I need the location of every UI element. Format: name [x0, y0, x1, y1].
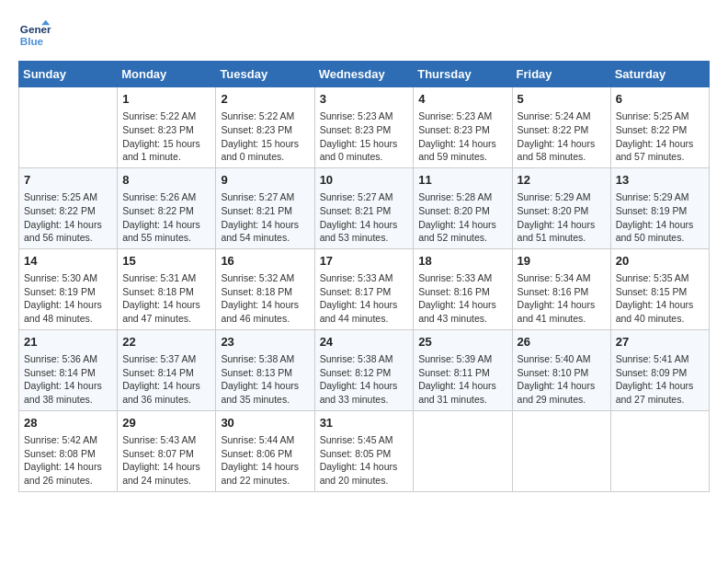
day-info-text: Sunrise: 5:44 AM	[221, 433, 309, 447]
day-info-text: Sunrise: 5:22 AM	[122, 109, 210, 123]
day-info-text: Sunset: 8:14 PM	[24, 366, 112, 380]
day-number: 2	[221, 91, 309, 108]
calendar-cell: 1Sunrise: 5:22 AMSunset: 8:23 PMDaylight…	[118, 87, 216, 168]
logo: General Blue	[18, 18, 55, 52]
day-info-text: and 38 minutes.	[24, 393, 112, 407]
day-info-text: Sunset: 8:15 PM	[616, 285, 704, 299]
day-info-text: Daylight: 14 hours	[616, 218, 704, 232]
calendar-cell: 22Sunrise: 5:37 AMSunset: 8:14 PMDayligh…	[118, 329, 216, 410]
day-info-text: Sunrise: 5:23 AM	[320, 109, 409, 123]
day-number: 16	[221, 253, 309, 270]
calendar-cell: 19Sunrise: 5:34 AMSunset: 8:16 PMDayligh…	[512, 248, 610, 329]
calendar-header-row: SundayMondayTuesdayWednesdayThursdayFrid…	[19, 62, 710, 87]
day-number: 24	[320, 334, 409, 350]
day-info-text: and 35 minutes.	[221, 393, 309, 407]
calendar-cell: 31Sunrise: 5:45 AMSunset: 8:05 PMDayligh…	[314, 410, 414, 491]
calendar-cell: 18Sunrise: 5:33 AMSunset: 8:16 PMDayligh…	[414, 248, 512, 329]
day-info-text: Sunrise: 5:43 AM	[122, 433, 210, 447]
calendar-cell: 26Sunrise: 5:40 AMSunset: 8:10 PMDayligh…	[512, 329, 610, 410]
day-info-text: Sunrise: 5:38 AM	[221, 352, 309, 366]
day-info-text: Sunrise: 5:37 AM	[122, 352, 210, 366]
day-info-text: Daylight: 14 hours	[320, 298, 409, 312]
calendar-cell: 8Sunrise: 5:26 AMSunset: 8:22 PMDaylight…	[118, 167, 216, 248]
day-info-text: and 47 minutes.	[122, 312, 210, 326]
day-info-text: Sunset: 8:17 PM	[320, 285, 409, 299]
calendar-cell: 21Sunrise: 5:36 AMSunset: 8:14 PMDayligh…	[19, 329, 118, 410]
day-info-text: and 43 minutes.	[418, 312, 506, 326]
day-number: 3	[320, 91, 409, 108]
calendar-cell: 14Sunrise: 5:30 AMSunset: 8:19 PMDayligh…	[19, 248, 118, 329]
day-info-text: Sunrise: 5:31 AM	[122, 271, 210, 285]
day-number: 29	[122, 415, 210, 431]
day-number: 21	[24, 334, 112, 350]
day-info-text: Sunset: 8:22 PM	[24, 204, 112, 218]
day-info-text: Sunrise: 5:41 AM	[616, 352, 704, 366]
day-info-text: Daylight: 14 hours	[221, 379, 309, 393]
day-info-text: and 53 minutes.	[320, 231, 409, 245]
calendar-cell: 30Sunrise: 5:44 AMSunset: 8:06 PMDayligh…	[216, 410, 314, 491]
day-info-text: Daylight: 14 hours	[320, 218, 409, 232]
day-info-text: Sunset: 8:20 PM	[418, 204, 506, 218]
day-info-text: Daylight: 14 hours	[320, 460, 409, 474]
day-of-week-header: Tuesday	[216, 62, 314, 87]
day-info-text: and 58 minutes.	[518, 150, 606, 164]
svg-text:Blue: Blue	[20, 35, 44, 47]
day-number: 23	[221, 334, 309, 350]
day-info-text: Sunset: 8:08 PM	[24, 447, 112, 461]
day-info-text: and 22 minutes.	[221, 474, 309, 488]
day-info-text: and 26 minutes.	[24, 474, 112, 488]
day-info-text: Sunrise: 5:36 AM	[24, 352, 112, 366]
day-info-text: Sunset: 8:23 PM	[221, 123, 309, 137]
day-info-text: Daylight: 14 hours	[616, 137, 704, 151]
day-info-text: Sunrise: 5:33 AM	[320, 271, 409, 285]
day-info-text: Sunset: 8:22 PM	[616, 123, 704, 137]
day-info-text: Sunrise: 5:30 AM	[24, 271, 112, 285]
day-of-week-header: Monday	[118, 62, 216, 87]
day-info-text: Sunrise: 5:22 AM	[221, 109, 309, 123]
day-info-text: and 33 minutes.	[320, 393, 409, 407]
day-number: 11	[418, 172, 506, 189]
day-info-text: and 0 minutes.	[320, 150, 409, 164]
day-info-text: Daylight: 14 hours	[221, 298, 309, 312]
day-info-text: and 29 minutes.	[518, 393, 606, 407]
day-info-text: Sunset: 8:22 PM	[518, 123, 606, 137]
day-number: 5	[518, 91, 606, 108]
day-info-text: Sunset: 8:18 PM	[122, 285, 210, 299]
day-info-text: Daylight: 14 hours	[221, 218, 309, 232]
day-number: 12	[518, 172, 606, 189]
calendar-cell: 2Sunrise: 5:22 AMSunset: 8:23 PMDaylight…	[216, 87, 314, 168]
day-number: 19	[518, 253, 606, 270]
day-info-text: Sunset: 8:05 PM	[320, 447, 409, 461]
day-info-text: Daylight: 14 hours	[24, 298, 112, 312]
day-info-text: Sunset: 8:12 PM	[320, 366, 409, 380]
day-info-text: Daylight: 14 hours	[518, 298, 606, 312]
calendar-week-row: 21Sunrise: 5:36 AMSunset: 8:14 PMDayligh…	[19, 329, 710, 410]
calendar-cell: 24Sunrise: 5:38 AMSunset: 8:12 PMDayligh…	[314, 329, 414, 410]
day-number: 1	[122, 91, 210, 108]
day-info-text: Daylight: 14 hours	[418, 218, 506, 232]
day-info-text: Sunset: 8:22 PM	[122, 204, 210, 218]
day-number: 31	[320, 415, 409, 431]
calendar-week-row: 28Sunrise: 5:42 AMSunset: 8:08 PMDayligh…	[19, 410, 710, 491]
calendar-body: 1Sunrise: 5:22 AMSunset: 8:23 PMDaylight…	[19, 87, 710, 492]
day-info-text: Sunrise: 5:25 AM	[616, 109, 704, 123]
day-of-week-header: Friday	[512, 62, 610, 87]
day-info-text: and 54 minutes.	[221, 231, 309, 245]
day-info-text: Daylight: 14 hours	[24, 460, 112, 474]
day-info-text: and 41 minutes.	[518, 312, 606, 326]
calendar-cell: 7Sunrise: 5:25 AMSunset: 8:22 PMDaylight…	[19, 167, 118, 248]
day-info-text: Daylight: 14 hours	[616, 379, 704, 393]
day-number: 28	[24, 415, 112, 431]
calendar-cell: 20Sunrise: 5:35 AMSunset: 8:15 PMDayligh…	[610, 248, 709, 329]
day-info-text: Sunset: 8:06 PM	[221, 447, 309, 461]
calendar-cell: 11Sunrise: 5:28 AMSunset: 8:20 PMDayligh…	[414, 167, 512, 248]
day-info-text: Sunset: 8:16 PM	[418, 285, 506, 299]
calendar-week-row: 1Sunrise: 5:22 AMSunset: 8:23 PMDaylight…	[19, 87, 710, 168]
day-number: 18	[418, 253, 506, 270]
day-info-text: Sunset: 8:09 PM	[616, 366, 704, 380]
day-info-text: Sunrise: 5:45 AM	[320, 433, 409, 447]
day-info-text: Sunrise: 5:40 AM	[518, 352, 606, 366]
day-info-text: Sunset: 8:18 PM	[221, 285, 309, 299]
day-info-text: Sunset: 8:23 PM	[418, 123, 506, 137]
day-info-text: Sunset: 8:23 PM	[122, 123, 210, 137]
